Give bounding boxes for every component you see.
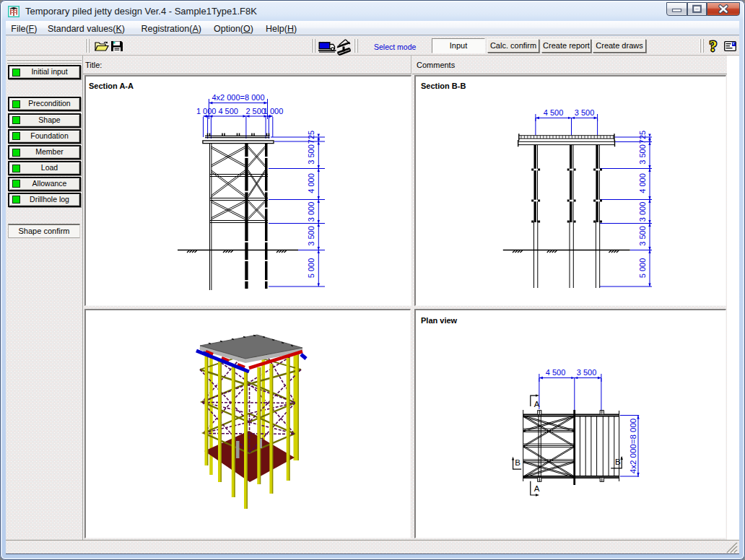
svg-text:725: 725 <box>307 131 315 144</box>
svg-text:4 000: 4 000 <box>638 173 647 193</box>
svg-text:3 500: 3 500 <box>575 108 595 117</box>
svg-text:Plan view: Plan view <box>421 316 458 325</box>
svg-text:3 000: 3 000 <box>638 202 647 222</box>
svg-text:?: ? <box>710 39 718 53</box>
svg-text:4x2 000=8 000: 4x2 000=8 000 <box>629 419 637 473</box>
svg-text:A: A <box>534 400 540 408</box>
svg-text:1 000: 1 000 <box>196 107 217 115</box>
svg-text:725: 725 <box>638 131 647 144</box>
svg-text:B: B <box>615 458 621 466</box>
svg-text:Section B-B: Section B-B <box>421 82 466 90</box>
svg-text:4 500: 4 500 <box>218 107 238 115</box>
svg-text:3 500: 3 500 <box>307 144 315 165</box>
svg-text:4 500: 4 500 <box>544 108 564 117</box>
svg-text:3 500: 3 500 <box>638 144 647 165</box>
svg-text:5 000: 5 000 <box>638 258 647 279</box>
svg-text:3 500: 3 500 <box>638 226 647 246</box>
svg-text:3 500: 3 500 <box>307 226 315 246</box>
svg-text:B: B <box>515 458 520 467</box>
svg-text:4x2 000=8 000: 4x2 000=8 000 <box>212 93 264 102</box>
svg-text:4 000: 4 000 <box>307 173 315 193</box>
svg-text:1 000: 1 000 <box>263 107 284 115</box>
svg-text:3 000: 3 000 <box>307 202 315 222</box>
svg-text:3 500: 3 500 <box>577 368 597 377</box>
svg-text:Section A-A: Section A-A <box>89 82 134 90</box>
svg-text:A: A <box>534 484 540 493</box>
svg-text:4 500: 4 500 <box>546 368 566 377</box>
svg-text:5 000: 5 000 <box>307 258 315 279</box>
